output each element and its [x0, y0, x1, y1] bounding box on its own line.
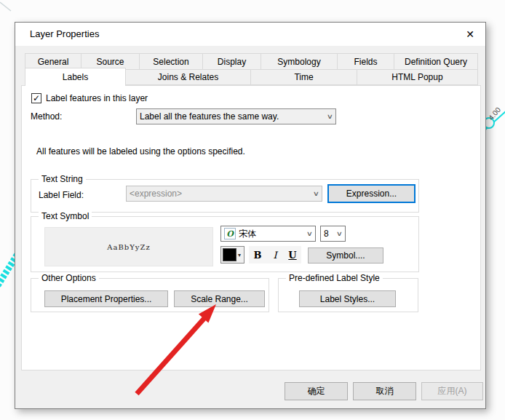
map-line [0, 2, 11, 11]
button-label: Expression... [346, 189, 397, 199]
tab-label: Symbology [277, 57, 320, 67]
tab-joins-relates[interactable]: Joins & Relates [125, 69, 251, 85]
labels-tab-page: ✓ Label features in this layer Method: L… [21, 85, 481, 371]
text-string-group: Text String Label Field: <expression> ∨ … [31, 179, 419, 213]
predefined-label-style-legend: Pre-defined Label Style [286, 273, 383, 283]
screenshot-stage: 4.00 Layer Properties ✕ General Source S… [0, 0, 505, 420]
text-color-picker[interactable]: ▾ [220, 246, 244, 264]
dialog-title: Layer Properties [30, 28, 99, 39]
opentype-font-icon: O [224, 228, 236, 239]
predefined-label-style-group: Pre-defined Label Style Label Styles... [278, 278, 418, 312]
font-size-dropdown[interactable]: 8 ∨ [320, 226, 346, 242]
button-label: Scale Range... [191, 294, 248, 304]
method-label: Method: [31, 111, 62, 122]
tab-time[interactable]: Time [250, 69, 357, 85]
button-label: Symbol.... [326, 250, 365, 261]
tab-label: Selection [153, 57, 188, 67]
chevron-down-icon: ∨ [313, 190, 319, 197]
tab-labels[interactable]: Labels [25, 68, 126, 86]
cancel-button[interactable]: 取消 [353, 382, 416, 400]
text-string-legend: Text String [39, 174, 86, 184]
button-label: Placement Properties... [61, 294, 152, 304]
label-features-checkbox-label: Label features in this layer [46, 93, 148, 103]
tab-label: Time [294, 72, 313, 82]
font-family-dropdown[interactable]: O 宋体 ∨ [220, 226, 316, 242]
label-field-label: Label Field: [39, 190, 84, 200]
method-dropdown-value: Label all the features the same way. [140, 111, 279, 122]
dropdown-arrow-icon: ▾ [238, 252, 241, 258]
chevron-down-icon: ∨ [336, 230, 343, 237]
label-field-dropdown: <expression> ∨ [126, 186, 322, 202]
button-label: 应用(A) [438, 385, 467, 397]
close-icon[interactable]: ✕ [462, 27, 478, 41]
tab-label: Joins & Relates [158, 72, 218, 82]
tab-label: HTML Popup [391, 72, 442, 82]
tab-label: Source [96, 57, 124, 67]
text-symbol-preview: AaBbYyZz [44, 227, 213, 266]
map-elevation-label: 4.00 [487, 106, 502, 122]
tab-definition-query[interactable]: Definition Query [394, 53, 478, 70]
button-label: 取消 [376, 385, 394, 397]
font-family-value: 宋体 [239, 228, 256, 240]
tab-label: Fields [354, 57, 377, 67]
label-field-value: <expression> [130, 189, 182, 199]
preview-sample-text: AaBbYyZz [107, 243, 150, 251]
chevron-down-icon: ∨ [327, 113, 333, 120]
placement-properties-button[interactable]: Placement Properties... [44, 290, 168, 307]
bold-button[interactable]: B [250, 247, 266, 263]
font-size-value: 8 [324, 229, 329, 239]
options-description: All features will be labeled using the o… [36, 146, 245, 156]
tab-display[interactable]: Display [202, 53, 261, 70]
symbol-button[interactable]: Symbol.... [308, 247, 383, 264]
title-bar: Layer Properties ✕ [15, 23, 485, 46]
other-options-legend: Other Options [39, 273, 99, 283]
method-dropdown[interactable]: Label all the features the same way. ∨ [136, 108, 336, 124]
ok-button[interactable]: 确定 [285, 382, 348, 400]
text-symbol-legend: Text Symbol [39, 211, 92, 221]
layer-properties-dialog: Layer Properties ✕ General Source Select… [15, 22, 486, 409]
tab-label: General [38, 57, 69, 67]
format-button-strip: B I U [249, 246, 301, 264]
chevron-down-icon: ∨ [306, 230, 313, 237]
button-label: Label Styles... [320, 294, 375, 304]
apply-button: 应用(A) [421, 382, 483, 400]
tab-html-popup[interactable]: HTML Popup [357, 69, 478, 85]
expression-button[interactable]: Expression... [327, 184, 415, 203]
button-label: 确定 [308, 385, 325, 397]
italic-button[interactable]: I [267, 247, 283, 263]
color-swatch [223, 248, 236, 261]
underline-button[interactable]: U [285, 247, 301, 263]
tab-label: Display [218, 57, 246, 67]
label-styles-button[interactable]: Label Styles... [299, 290, 396, 307]
text-symbol-group: Text Symbol AaBbYyZz O 宋体 ∨ 8 ∨ ▾ [31, 216, 419, 272]
tab-label: Labels [63, 72, 88, 82]
other-options-group: Other Options Placement Properties... Sc… [31, 278, 269, 312]
tab-label: Definition Query [405, 57, 467, 67]
tab-selection[interactable]: Selection [139, 53, 203, 70]
checkmark-icon: ✓ [33, 94, 40, 103]
scale-range-button[interactable]: Scale Range... [174, 290, 265, 307]
tab-fields[interactable]: Fields [337, 53, 394, 70]
label-features-checkbox[interactable]: ✓ [31, 93, 41, 103]
tab-symbology[interactable]: Symbology [261, 53, 338, 70]
